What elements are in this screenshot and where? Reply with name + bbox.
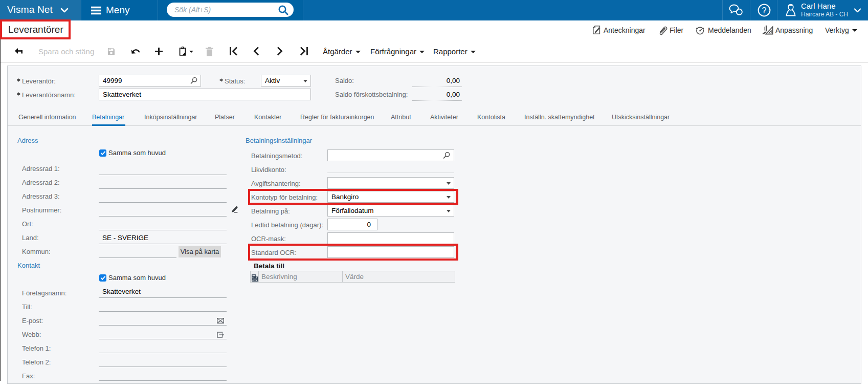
svg-text:?: ? — [762, 6, 767, 15]
